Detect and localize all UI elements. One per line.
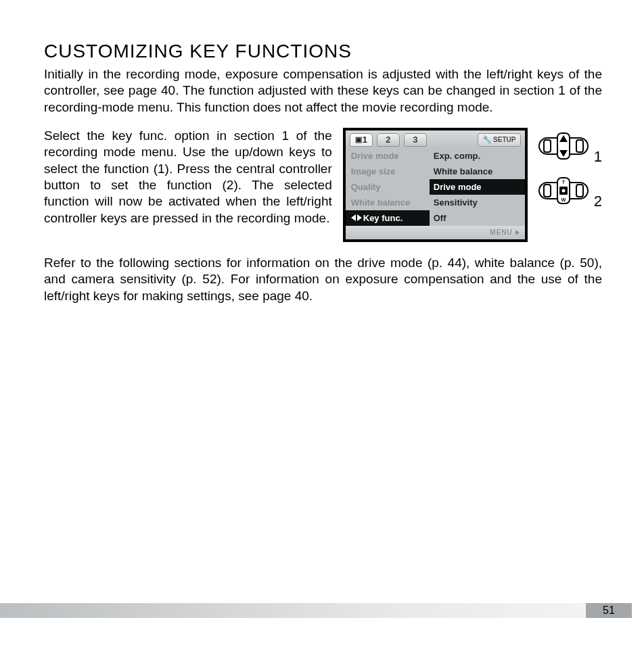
lcd-setup-tab[interactable]: 🔧SETUP bbox=[478, 133, 521, 147]
lcd-bottom-bar: MENU bbox=[346, 226, 525, 239]
menu-right-value-selected: Drive mode bbox=[430, 179, 525, 195]
svg-text:W: W bbox=[561, 197, 566, 202]
lcd-tabbar: ▣1 2 3 🔧SETUP bbox=[346, 130, 525, 148]
page-footer: 51 bbox=[0, 603, 644, 618]
page-title: CUSTOMIZING KEY FUNCTIONS bbox=[44, 41, 602, 62]
svg-rect-2 bbox=[576, 140, 583, 152]
lcd-tab-2[interactable]: 2 bbox=[377, 133, 400, 147]
key-func-label: Key func. bbox=[363, 213, 403, 223]
menu-right-value: Sensitivity bbox=[430, 197, 525, 208]
callout-1: 1 bbox=[538, 130, 602, 162]
menu-left-label: White balance bbox=[346, 197, 430, 208]
menu-row-drive-mode[interactable]: Drive mode Exp. comp. bbox=[346, 148, 525, 164]
lcd-tab-1[interactable]: ▣1 bbox=[350, 133, 373, 147]
wrench-icon: 🔧 bbox=[482, 135, 492, 144]
camera-icon: ▣ bbox=[355, 135, 362, 144]
instruction-paragraph: Select the key func. option in section 1… bbox=[44, 128, 332, 226]
menu-row-quality[interactable]: Quality Drive mode bbox=[346, 179, 525, 195]
svg-point-12 bbox=[561, 189, 565, 192]
menu-left-label: Image size bbox=[346, 166, 430, 176]
footer-bar bbox=[0, 603, 586, 618]
menu-left-label: Quality bbox=[346, 182, 430, 192]
menu-right-value: White balance bbox=[430, 166, 525, 176]
svg-rect-8 bbox=[576, 185, 583, 197]
return-icon bbox=[515, 230, 520, 235]
tab-label: 3 bbox=[413, 135, 417, 145]
triangle-left-icon bbox=[351, 214, 356, 221]
menu-row-key-func[interactable]: Key func. Off bbox=[346, 210, 525, 226]
menu-right-value: Off bbox=[430, 210, 525, 226]
menu-left-label: Drive mode bbox=[346, 151, 430, 161]
menu-row-white-balance[interactable]: White balance Sensitivity bbox=[346, 195, 525, 210]
menu-label: MENU bbox=[490, 229, 512, 236]
menu-row-image-size[interactable]: Image size White balance bbox=[346, 164, 525, 179]
lcd-screenshot: ▣1 2 3 🔧SETUP Drive mode Exp. comp. Imag… bbox=[343, 128, 528, 242]
lcd-menu-list: Drive mode Exp. comp. Image size White b… bbox=[346, 148, 525, 226]
tab-label: 1 bbox=[363, 135, 367, 145]
page-number: 51 bbox=[586, 603, 632, 618]
callout-number-2: 2 bbox=[594, 193, 602, 210]
triangle-right-icon bbox=[357, 214, 362, 221]
controller-updown-icon bbox=[538, 130, 589, 162]
svg-text:T: T bbox=[562, 180, 566, 185]
lcd-tab-3[interactable]: 3 bbox=[404, 133, 427, 147]
callout-2: T W 2 bbox=[538, 175, 602, 206]
svg-rect-7 bbox=[544, 185, 551, 197]
reference-paragraph: Refer to the following sections for info… bbox=[44, 255, 602, 304]
menu-left-label-selected: Key func. bbox=[346, 213, 430, 223]
menu-right-value: Exp. comp. bbox=[430, 151, 525, 161]
svg-rect-1 bbox=[544, 140, 551, 152]
setup-label: SETUP bbox=[493, 136, 515, 143]
callout-number-1: 1 bbox=[594, 148, 602, 166]
tab-label: 2 bbox=[386, 135, 390, 145]
intro-paragraph: Initially in the recording mode, exposur… bbox=[44, 66, 602, 116]
controller-center-icon: T W bbox=[538, 175, 589, 206]
